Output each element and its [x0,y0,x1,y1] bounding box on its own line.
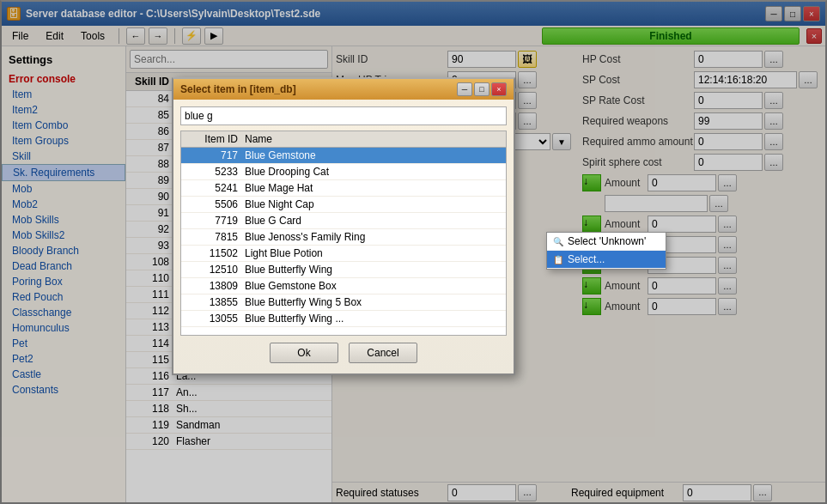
modal-title-text: Select item in [item_db] [180,83,296,95]
modal-list-item[interactable]: 11502Light Blue Potion [181,246,506,262]
context-item-label-select: Select... [568,253,605,265]
modal-list-body: 717Blue Gemstone 5233Blue Drooping Cat 5… [180,147,507,336]
modal-body: Item ID Name 717Blue Gemstone 5233Blue D… [173,100,514,373]
modal-list-item[interactable]: 7815Blue Jenoss's Family Ring [181,229,506,246]
modal-list-item[interactable]: 13809Blue Gemstone Box [181,278,506,295]
context-item-label-unknown: Select 'Unknown' [568,235,646,247]
modal-list-item[interactable]: 5241Blue Mage Hat [181,180,506,197]
modal-cancel-button[interactable]: Cancel [349,343,417,363]
modal-list-item[interactable]: 13055Blue Butterfly Wing ... [181,311,506,327]
modal-title-bar: Select item in [item_db] ─ □ × [173,79,514,100]
select-item-modal: Select item in [item_db] ─ □ × Item ID N… [172,77,515,375]
list-icon: 📋 [552,253,564,265]
modal-list-item[interactable]: 5506Blue Night Cap [181,197,506,213]
modal-ok-button[interactable]: Ok [270,343,338,363]
modal-footer: Ok Cancel [180,336,507,367]
search-icon: 🔍 [552,235,564,247]
modal-list-header: Item ID Name [180,131,507,147]
modal-overlay: Select item in [item_db] ─ □ × Item ID N… [0,0,827,504]
modal-list-item[interactable]: 13855Blue Butterfly Wing 5 Box [181,295,506,311]
context-item-select[interactable]: 📋 Select... [547,251,666,269]
modal-list-item[interactable]: 7719Blue G Card [181,213,506,229]
modal-search-input[interactable] [180,106,507,125]
context-item-select-unknown[interactable]: 🔍 Select 'Unknown' [547,233,666,251]
modal-maximize-btn[interactable]: □ [474,82,490,96]
modal-col-itemid: Item ID [185,133,245,145]
modal-title-buttons: ─ □ × [457,82,507,96]
modal-close-btn[interactable]: × [491,82,507,96]
modal-list-item[interactable]: 717Blue Gemstone [181,148,506,164]
modal-col-name: Name [245,133,502,145]
context-menu: 🔍 Select 'Unknown' 📋 Select... [546,232,666,270]
modal-list-item[interactable]: 5233Blue Drooping Cat [181,164,506,180]
modal-list-item[interactable]: 12510Blue Butterfly Wing [181,262,506,278]
modal-minimize-btn[interactable]: ─ [457,82,472,96]
